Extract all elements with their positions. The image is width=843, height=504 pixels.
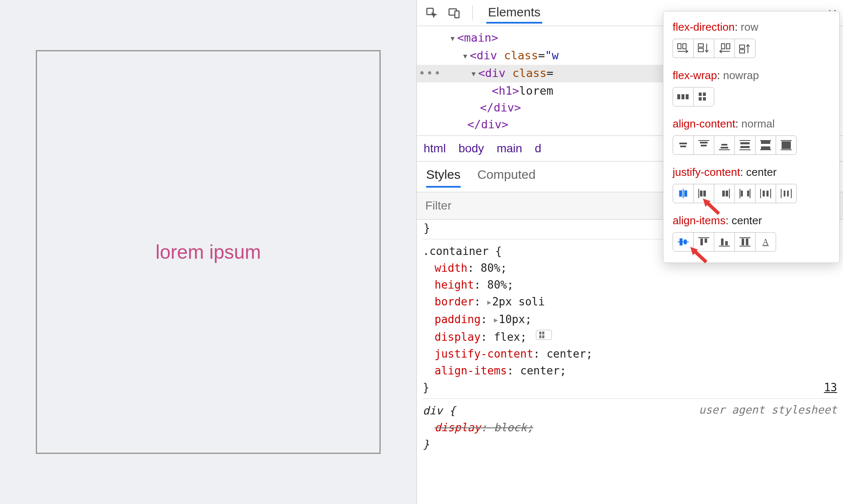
heading-lorem: lorem ipsum [156,241,261,263]
annotation-arrow-icon [700,199,721,215]
tab-styles[interactable]: Styles [426,167,461,188]
justify-content-space-around-icon[interactable] [755,184,776,203]
svg-rect-8 [683,44,686,49]
svg-rect-18 [699,93,702,96]
svg-rect-51 [741,191,743,196]
ellipsis-icon[interactable]: ••• [419,65,442,82]
inspect-icon[interactable] [424,6,439,20]
align-content-stretch-icon[interactable] [776,135,797,155]
svg-rect-35 [761,141,770,144]
justify-content-center-icon[interactable] [673,184,694,203]
svg-rect-69 [725,241,728,245]
svg-rect-42 [679,191,682,196]
svg-rect-4 [542,332,544,334]
align-content-start-icon[interactable] [693,135,714,155]
svg-rect-10 [698,48,703,52]
flexbox-editor-popover: flex-direction: row flex-wrap: nowrap [663,11,840,263]
svg-rect-7 [678,44,681,49]
tab-computed[interactable]: Computed [477,167,535,188]
svg-rect-9 [698,44,703,47]
svg-rect-22 [679,143,687,144]
svg-rect-23 [680,146,686,147]
svg-rect-2 [455,11,459,18]
align-content-center-icon[interactable] [673,135,694,155]
expand-icon[interactable]: ▶ [494,316,498,324]
svg-rect-19 [703,93,706,96]
crumb-main[interactable]: main [497,142,522,155]
svg-rect-60 [787,191,789,196]
svg-rect-26 [701,145,707,146]
svg-rect-6 [542,335,544,338]
svg-rect-64 [684,240,687,244]
dom-node-div-close[interactable]: </div> [480,101,521,114]
devtools-panel: Elements ✕ <main> <div class="w •••<div … [416,0,843,504]
svg-rect-15 [677,94,680,99]
svg-rect-3 [539,332,541,334]
expand-icon[interactable]: ▶ [487,298,491,306]
svg-rect-27 [721,144,727,146]
svg-rect-72 [742,239,744,245]
align-content-space-around-icon[interactable] [734,135,756,155]
dom-node-main[interactable]: <main> [457,31,498,44]
svg-rect-12 [726,44,730,49]
svg-rect-59 [784,191,785,196]
justify-content-space-between-icon[interactable] [734,184,756,203]
crumb-body[interactable]: body [459,142,484,155]
svg-rect-31 [740,142,750,144]
flex-wrap-wrap-icon[interactable] [693,87,714,106]
flex-editor-icon[interactable] [536,330,552,340]
crumb-html[interactable]: html [424,142,446,155]
tab-elements[interactable]: Elements [486,3,542,24]
svg-rect-55 [763,191,765,196]
svg-rect-17 [686,94,689,99]
svg-rect-20 [699,97,702,101]
svg-rect-45 [700,191,702,196]
svg-rect-52 [747,191,749,196]
svg-rect-5 [539,335,541,338]
align-content-end-icon[interactable] [714,135,735,155]
annotation-arrow-icon [688,247,709,264]
svg-rect-21 [703,97,706,101]
svg-rect-56 [766,191,769,196]
flex-direction-column-icon[interactable] [693,39,714,58]
align-items-end-icon[interactable] [714,232,735,252]
svg-rect-36 [761,146,770,149]
flex-direction-column-reverse-icon[interactable] [734,39,756,58]
svg-rect-11 [721,44,725,49]
flex-direction-row-reverse-icon[interactable] [714,39,735,58]
svg-rect-39 [782,141,791,149]
align-items-stretch-icon[interactable] [734,232,756,252]
rule-div-ua[interactable]: user agent stylesheet div { display: blo… [423,398,837,453]
svg-text:A: A [763,237,769,247]
align-items-baseline-icon[interactable]: A [755,232,776,252]
svg-rect-13 [740,45,745,48]
crumb-d[interactable]: d [535,142,541,155]
dom-node-div-close2[interactable]: </div> [467,118,509,131]
svg-rect-16 [681,94,684,99]
align-content-space-between-icon[interactable] [755,135,776,155]
device-toggle-icon[interactable] [447,6,461,20]
container-box: lorem ipsum [36,50,381,454]
rendered-viewport: lorem ipsum [0,0,416,504]
svg-rect-47 [722,191,725,196]
svg-rect-63 [680,239,682,245]
flex-direction-row-icon[interactable] [673,39,694,58]
justify-content-space-evenly-icon[interactable] [776,184,797,203]
svg-rect-14 [740,50,745,53]
svg-rect-67 [705,239,707,243]
svg-rect-32 [740,146,750,148]
svg-rect-43 [684,191,687,196]
svg-rect-73 [746,239,748,245]
user-agent-label: user agent stylesheet [699,401,837,418]
svg-rect-46 [703,191,706,196]
dom-node-h1[interactable]: <h1> [492,84,519,97]
svg-rect-25 [700,142,708,143]
source-link[interactable]: 13 [824,379,837,396]
svg-rect-28 [721,147,728,149]
svg-rect-68 [721,239,724,245]
svg-rect-48 [726,191,728,196]
flex-wrap-nowrap-icon[interactable] [673,87,694,106]
svg-rect-66 [700,239,703,245]
